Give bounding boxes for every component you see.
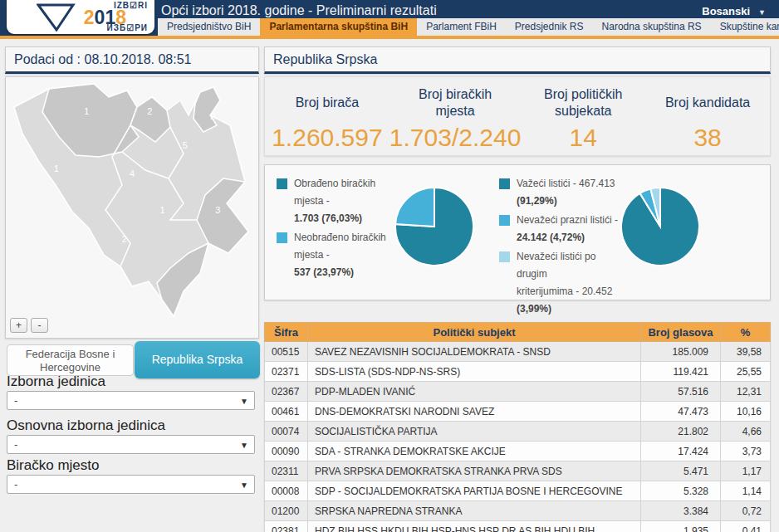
entity-tab-republika-srpska[interactable]: Republika Srpska: [135, 341, 260, 378]
legend-line: Neobrađeno biračkih mjesta -: [294, 229, 394, 264]
party-code-cell: 00461: [265, 402, 308, 422]
filter-izborna-jedinica-label: Izborna jedinica: [7, 373, 105, 390]
party-name-cell: HDZ BIH,HSS,HKDU BIH,HSP-HNS,HSP DR AS B…: [308, 521, 641, 532]
chevron-down-icon: ▼: [240, 476, 248, 494]
table-header-cell: Šifra: [265, 323, 308, 342]
results-table-header-row: ŠifraPolitički subjektBroj glasova%: [265, 323, 771, 342]
legend-line: Nevažeći prazni listići -: [517, 212, 618, 229]
tab-narodna-skup-tina-rs[interactable]: Narodna skupština RS: [593, 18, 711, 36]
bosnia-triangle-icon: [37, 2, 83, 32]
table-row[interactable]: 02367PDP-MLADEN IVANIĆ57.51612,31: [265, 382, 771, 402]
legend-line: Obrađeno biračkih mjesta -: [294, 175, 394, 210]
select-biracko-mjesto[interactable]: - ▼: [7, 475, 255, 494]
party-name-cell: SOCIJALISTIČKA PARTIJA: [308, 422, 641, 442]
stat-item: Broj biračkih mjesta1.703/2.240: [390, 77, 521, 155]
percent-cell: 12,31: [721, 382, 771, 402]
votes-cell: 119.421: [641, 362, 721, 382]
legend-item: Neobrađeno biračkih mjesta -537 (23,97%): [277, 229, 394, 281]
percent-cell: 25,55: [721, 362, 771, 382]
stat-item: Broj političkih subjekata14: [521, 77, 645, 155]
bosnia-map[interactable]: [6, 77, 258, 338]
site-logo[interactable]: IZB☑RI 2018 ИЗБ☑РИ: [7, 0, 154, 34]
stat-label: Broj političkih subjekata: [521, 85, 645, 120]
table-row[interactable]: 02381HDZ BIH,HSS,HKDU BIH,HSP-HNS,HSP DR…: [265, 521, 771, 532]
percent-cell: 4,66: [721, 422, 771, 442]
pie-chart-processed-stations: [391, 183, 478, 270]
page-title: Opći izbori 2018. godine - Preliminarni …: [161, 3, 437, 18]
stat-value: 38: [645, 124, 770, 152]
legend-swatch: [277, 232, 287, 243]
tab-predsjednik-rs[interactable]: Predsjednik RS: [506, 18, 593, 36]
legend-line: (3,99%): [517, 300, 625, 318]
votes-cell: 17.424: [641, 442, 721, 461]
legend-line: 537 (23,97%): [294, 264, 394, 281]
legend-item: Obrađeno biračkih mjesta -1.703 (76,03%): [277, 175, 394, 227]
table-row[interactable]: 00090SDA - STRANKA DEMOKRATSKE AKCIJE17.…: [265, 442, 771, 461]
select-izborna-jedinica[interactable]: - ▼: [7, 391, 255, 410]
select-osnovna-izborna-jedinica-value: -: [14, 438, 17, 451]
entity-tab-federacija-bih[interactable]: Federacija Bosne i Hercegovine: [7, 344, 134, 376]
legend-item: Nevažeći prazni listići -24.142 (4,72%): [499, 212, 625, 246]
header-accent-line: [0, 36, 779, 39]
stat-item: Broj kandidata38: [645, 77, 770, 155]
zoom-in-button[interactable]: +: [10, 318, 27, 333]
map-panel[interactable]: 122514132 + -: [5, 76, 259, 339]
logo-inner: IZB☑RI 2018 ИЗБ☑РИ: [48, 1, 148, 33]
party-code-cell: 00008: [265, 481, 308, 501]
votes-cell: 5.471: [641, 461, 721, 481]
charts-panel: Obrađeno biračkih mjesta -1.703 (76,03%)…: [264, 164, 771, 300]
votes-cell: 21.802: [641, 422, 721, 442]
party-name-cell: PDP-MLADEN IVANIĆ: [308, 382, 641, 402]
filter-biracko-mjesto-label: Biračko mjesto: [7, 457, 99, 474]
party-name-cell: SDP - SOCIJALDEMOKRATSKA PARTIJA BOSNE I…: [308, 481, 641, 501]
tab-parlament-fbih[interactable]: Parlament FBiH: [417, 18, 506, 36]
percent-cell: 0,41: [721, 521, 771, 532]
votes-cell: 5.328: [641, 481, 721, 501]
language-selector[interactable]: Bosanski▼: [702, 5, 766, 17]
party-name-cell: SDA - STRANKA DEMOKRATSKE AKCIJE: [308, 442, 641, 461]
legend-line: Važeći listići - 467.413: [517, 175, 615, 193]
select-izborna-jedinica-value: -: [14, 394, 17, 407]
party-name-cell: SDS-LISTA (SDS-NDP-NS-SRS): [308, 362, 641, 382]
party-code-cell: 02311: [265, 461, 308, 481]
party-name-cell: SRPSKA NAPREDNA STRANKA: [308, 501, 641, 521]
party-name-cell: SAVEZ NEZAVISNIH SOCIJALDEMOKRATA - SNSD: [308, 342, 641, 362]
stat-value: 14: [521, 124, 645, 152]
table-header-cell: Broj glasova: [641, 323, 721, 342]
table-row[interactable]: 00008SDP - SOCIJALDEMOKRATSKA PARTIJA BO…: [265, 481, 771, 501]
votes-cell: 1.935: [641, 521, 721, 532]
table-header-cell: %: [721, 323, 771, 342]
table-row[interactable]: 00515SAVEZ NEZAVISNIH SOCIJALDEMOKRATA -…: [265, 342, 771, 362]
map-zoom-controls: + -: [10, 318, 48, 333]
select-biracko-mjesto-value: -: [14, 478, 17, 491]
select-osnovna-izborna-jedinica[interactable]: - ▼: [7, 435, 255, 454]
party-name-cell: DNS-DEMOKRATSKI NARODNI SAVEZ: [308, 402, 641, 422]
table-row[interactable]: 02311PRVA SRPSKA DEMOKRATSKA STRANKA PRV…: [265, 461, 771, 481]
stat-label: Broj kandidata: [645, 85, 770, 120]
logo-year-digit: 0: [95, 7, 105, 28]
legend-swatch: [499, 251, 510, 262]
party-code-cell: 01200: [265, 501, 308, 521]
percent-cell: 1,17: [721, 461, 771, 481]
tab-predsjedni-tvo-bih[interactable]: Predsjedništvo BiH: [158, 18, 260, 36]
table-row[interactable]: 02371SDS-LISTA (SDS-NDP-NS-SRS)119.42125…: [265, 362, 771, 382]
percent-cell: 0,72: [721, 501, 771, 521]
percent-cell: 3,73: [721, 442, 771, 461]
legend-text: Obrađeno biračkih mjesta -1.703 (76,03%): [294, 175, 394, 227]
party-code-cell: 02367: [265, 382, 308, 402]
table-row[interactable]: 00074SOCIJALISTIČKA PARTIJA21.8024,66: [265, 422, 771, 442]
legend-swatch: [499, 215, 510, 226]
zoom-out-button[interactable]: -: [31, 318, 48, 333]
chevron-down-icon: ▼: [240, 393, 248, 410]
stat-item: Broj birača1.260.597: [265, 77, 390, 155]
table-row[interactable]: 00461DNS-DEMOKRATSKI NARODNI SAVEZ47.473…: [265, 402, 771, 422]
percent-cell: 39,58: [721, 342, 771, 362]
results-region-title: Republika Srpska: [264, 46, 771, 74]
tab-skup-tine-kantona-u-fbih[interactable]: Skupštine kantona u FBiH: [711, 18, 779, 36]
tab-parlamentarna-skup-tina-bih[interactable]: Parlamentarna skupština BiH: [260, 18, 417, 36]
table-row[interactable]: 01200SRPSKA NAPREDNA STRANKA3.3840,72: [265, 501, 771, 521]
legend-text: Nevažeći listići po drugimkriterijumima …: [517, 248, 625, 318]
nav-tabs: Predsjedništvo BiHParlamentarna skupštin…: [158, 18, 779, 36]
party-code-cell: 00515: [265, 342, 308, 362]
stat-value: 1.703/2.240: [390, 124, 521, 152]
